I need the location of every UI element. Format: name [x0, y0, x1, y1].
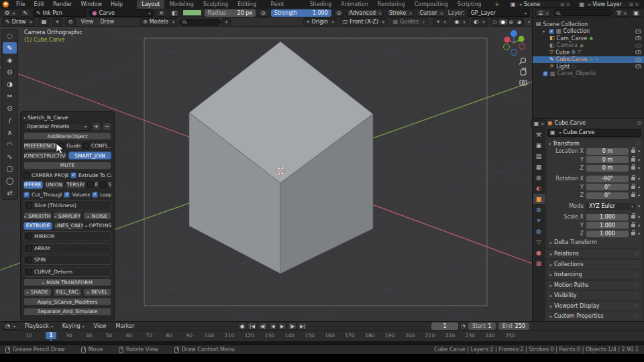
add-preset-button[interactable]: + — [92, 123, 101, 131]
hide-eye-toggle[interactable] — [635, 44, 641, 48]
lock-icon[interactable] — [631, 232, 635, 235]
noise-button[interactable]: ▸NOISE — [83, 212, 111, 220]
loop-checkbox[interactable] — [92, 192, 98, 198]
preferences-button[interactable]: ▸PREFERENCES — [23, 142, 56, 150]
outliner-search[interactable] — [553, 9, 612, 16]
tool-tint[interactable]: ◑ — [3, 78, 17, 90]
tool-cursor[interactable]: ◌ — [3, 30, 17, 42]
axis-z-handle[interactable] — [511, 30, 517, 37]
main-transform-button[interactable]: ▸MAIN TRANSFORM — [23, 278, 111, 286]
tab-texture-paint[interactable]: Texture Paint — [266, 0, 305, 9]
tab-shading[interactable]: Shading — [305, 0, 337, 9]
view-menu[interactable]: View — [78, 19, 95, 25]
strength-pressure-toggle[interactable]: ⊙ — [334, 9, 344, 17]
section-visibility[interactable]: ▸ Visibility ∷ — [547, 291, 642, 300]
radius-pressure-toggle[interactable]: ⊙ — [258, 9, 268, 17]
animate-dot[interactable] — [638, 216, 640, 218]
playhead[interactable]: 1 — [46, 332, 56, 339]
curve-deform-checkbox[interactable] — [26, 269, 32, 275]
animate-dot[interactable] — [638, 225, 640, 227]
apply-scarve-modifiers-button[interactable]: Apply_SCarve_Modifiers — [23, 298, 111, 306]
outliner-display-mode-button[interactable]: ☰▾ — [535, 9, 551, 17]
tool-curve[interactable]: ∿ — [3, 151, 17, 162]
outliner-filter-button[interactable]: ∇▾ — [614, 9, 629, 17]
lock-icon[interactable] — [631, 177, 635, 180]
outliner-row-light[interactable]: ▾ ☼ Light ◌ — [533, 63, 644, 70]
section-instancing[interactable]: ▸ Instancing ∷ — [547, 270, 642, 279]
shading-rendered[interactable]: ◕ — [515, 19, 523, 25]
axis-y-handle[interactable] — [519, 36, 525, 42]
camera-projection-checkbox[interactable] — [23, 172, 30, 178]
menu-window[interactable]: Window — [79, 1, 103, 7]
frame-start-field[interactable]: Start1 — [468, 322, 496, 330]
tab-output[interactable]: ▤ — [533, 151, 545, 161]
union-button[interactable]: UNION — [45, 181, 64, 189]
axis-x-handle[interactable] — [504, 37, 511, 43]
animate-dot[interactable] — [638, 159, 640, 161]
tab-texture[interactable]: ▩ — [533, 258, 545, 268]
draw-menu[interactable]: Draw — [98, 19, 116, 25]
tool-fill[interactable]: ◈ — [3, 54, 17, 66]
tab-physics[interactable]: ◍ — [533, 226, 545, 236]
animate-dot[interactable] — [638, 178, 640, 180]
cursor-dropdown[interactable]: Cursor▾ — [417, 9, 445, 17]
lock-icon[interactable] — [631, 186, 635, 189]
new-scene-button[interactable]: ⧉ — [561, 2, 564, 7]
tab-compositing[interactable]: Compositing — [410, 0, 453, 9]
timeline-menu-playback[interactable]: Playback▾ — [23, 323, 55, 329]
active-tool-icon[interactable]: ✎ — [20, 9, 30, 17]
slice-thickness-checkbox[interactable] — [26, 202, 32, 208]
timeline-menu-keying[interactable]: Keying▾ — [60, 323, 87, 329]
tool-eyedropper[interactable]: ⊙ — [3, 103, 17, 114]
prev-keyframe-button[interactable]: ◀| — [258, 322, 268, 330]
animate-dot[interactable] — [638, 150, 640, 152]
smooth-button[interactable]: ▸SMOOTH — [23, 212, 52, 220]
tab-scripting[interactable]: Scripting — [453, 0, 486, 9]
tool-draw[interactable]: ✎ — [3, 42, 17, 54]
confl-checkbox[interactable] — [83, 143, 89, 149]
shading-material[interactable]: ◍ — [507, 19, 515, 25]
lock-icon[interactable] — [631, 166, 635, 170]
editor-type-button[interactable]: ⚙▾ — [2, 9, 17, 17]
separate-and-simulate-button[interactable]: Separate_And_Simulate — [23, 308, 111, 316]
shade-button[interactable]: ▸SHADE — [23, 288, 52, 296]
timeline-menu-marker[interactable]: Marker▾ — [114, 323, 137, 329]
tab-world[interactable]: ◐ — [533, 183, 545, 193]
radius-slider[interactable]: Radius20 px — [205, 9, 256, 17]
view-layer-selector[interactable]: ▦▾ View Layer ⧉ × — [577, 1, 641, 8]
overlays-toggle[interactable]: ◉▾ — [451, 18, 469, 25]
delete-view-layer-button[interactable]: × — [635, 2, 639, 7]
outliner-row-collection[interactable]: ▾ ▥ Collection — [533, 28, 644, 36]
lock-icon[interactable] — [631, 224, 635, 227]
shading-wireframe[interactable]: ○ — [491, 19, 499, 25]
tool-box[interactable]: ▢ — [3, 163, 17, 174]
timeline-ruler[interactable]: 1020304050607080901001101201301401501601… — [0, 331, 644, 341]
tab-tool[interactable]: ⚒ — [533, 129, 545, 139]
animate-dot[interactable] — [638, 233, 640, 235]
tab-material[interactable]: ● — [533, 247, 545, 257]
menu-help[interactable]: Help — [109, 1, 124, 7]
section-custom-properties[interactable]: ▸ Custom Properties ∷ — [547, 312, 642, 320]
hide-eye-toggle[interactable] — [635, 58, 641, 62]
object-name-field[interactable]: ▣▾ Cube.Carve — [547, 129, 641, 137]
section-collections[interactable]: ▸ Collections ∷ — [547, 260, 642, 269]
collection-checkbox[interactable] — [549, 29, 554, 34]
add-workspace-button[interactable]: + — [492, 1, 502, 7]
lock-icon[interactable] — [631, 215, 635, 219]
tab-modifiers[interactable]: ⚙ — [533, 204, 545, 215]
delta-transform-expander[interactable]: ▸Delta Transform — [549, 239, 640, 247]
menu-render[interactable]: Render — [52, 1, 73, 7]
record-button[interactable]: ● — [238, 322, 246, 330]
animate-dot[interactable] — [638, 186, 640, 188]
lock-icon[interactable] — [631, 149, 635, 153]
3d-viewport[interactable]: ✎Draw▾ ▦ ⌖ ⊙ View Draw ⊕Models▾ ▾ ⌖Origi… — [0, 17, 532, 321]
operator-presets-dropdown[interactable]: Operator Presets▾ — [23, 123, 90, 131]
outliner-row-carve-objects[interactable]: ▾ ▥ Carve_Objects — [533, 70, 644, 78]
animate-dot[interactable] — [638, 194, 640, 196]
volume-checkbox[interactable] — [64, 192, 70, 198]
animate-dot[interactable] — [638, 205, 640, 207]
tab-scene[interactable]: ◍ — [533, 172, 545, 182]
outliner-row-cube-carve[interactable]: ▾ ✎ Cube.Carve ⊙ ✎ — [533, 56, 644, 64]
tab-object[interactable]: ■ — [533, 194, 545, 204]
menu-file[interactable]: File — [15, 1, 26, 7]
